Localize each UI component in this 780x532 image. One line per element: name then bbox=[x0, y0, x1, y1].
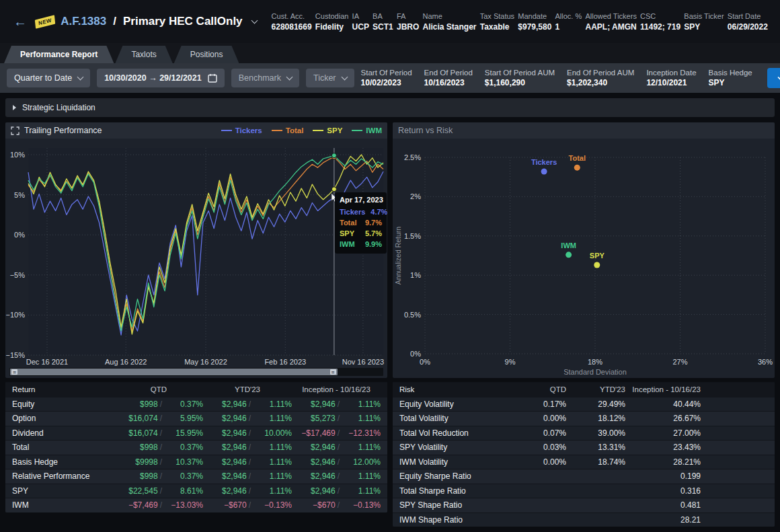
account-title: Primary HEC CallOnly bbox=[123, 15, 243, 28]
tab-positions[interactable]: Positions bbox=[174, 46, 239, 63]
svg-text:18%: 18% bbox=[588, 358, 602, 366]
risk-row-equity-sharpe-ratio: Equity Sharpe Ratio0.199 bbox=[393, 469, 775, 484]
svg-text:Aug 16 2022: Aug 16 2022 bbox=[105, 358, 147, 366]
header-field-name: NameAlicia Stanger bbox=[423, 12, 477, 32]
date-range-input[interactable]: 10/30/2020 → 29/12/2021 bbox=[97, 69, 225, 87]
chevron-down-icon[interactable] bbox=[251, 17, 258, 24]
charts-row: Trailing Performance TickersTotalSPYIWM … bbox=[5, 122, 775, 378]
back-button[interactable]: ← bbox=[11, 13, 30, 30]
svg-text:Nov 16 2023: Nov 16 2023 bbox=[342, 358, 384, 366]
risk-row-spy-shape-ratio: SPY Shape Ratio0.481 bbox=[393, 498, 775, 512]
header-field-custodian: CustodianFidelity bbox=[315, 12, 349, 32]
account-separator: / bbox=[113, 15, 116, 28]
svg-text:10%: 10% bbox=[10, 151, 25, 159]
tab-bar: Performance ReportTaxlotsPositions bbox=[0, 43, 780, 63]
svg-text:SPY: SPY bbox=[590, 252, 605, 260]
section-toggle-label: Strategic Liquidation bbox=[22, 103, 95, 112]
svg-text:2%: 2% bbox=[410, 192, 421, 200]
risk-row-iwm-shape-ratio: IWM Shape Ratio28.21 bbox=[393, 512, 775, 527]
filter-stat-start-of-period: Start Of Period10/02/2023 bbox=[361, 69, 412, 87]
return-table-header: ReturnQTDYTD'23Inception - 10/16/23 bbox=[5, 382, 387, 397]
new-badge: NEW bbox=[35, 15, 56, 28]
tooltip-row-iwm: IWM9.9% bbox=[340, 239, 382, 250]
legend-item-spy[interactable]: SPY bbox=[313, 126, 342, 135]
line-chart[interactable]: 10%5%0%−5%−10%−15%Dec 16 2021Aug 16 2022… bbox=[5, 139, 387, 367]
account-id: A.F.1383 bbox=[61, 15, 106, 28]
svg-text:Total: Total bbox=[569, 154, 586, 162]
chart-legend: TickersTotalSPYIWM bbox=[221, 126, 382, 135]
header-field-ba: BASCT1 bbox=[373, 12, 393, 32]
risk-table-header: RiskQTDYTD'23Inception - 10/16/23 bbox=[393, 382, 775, 397]
period-select[interactable]: Quarter to Date bbox=[7, 69, 90, 87]
ticker-select[interactable]: Ticker bbox=[306, 69, 354, 87]
filter-stat-end-of-period-aum: End Of Period AUM$1,202,340 bbox=[567, 69, 634, 87]
return-row-spy: SPY$22,545/8.61%$2,946/1.11%$2,946/1.11% bbox=[5, 484, 387, 498]
chart-scrollbar[interactable]: = = bbox=[9, 368, 383, 376]
download-icon bbox=[777, 74, 780, 83]
legend-item-total[interactable]: Total bbox=[272, 126, 304, 135]
tooltip-row-tickers: Tickers4.7% bbox=[340, 206, 382, 217]
header-field-fa: FAJBRO bbox=[397, 12, 419, 32]
legend-swatch bbox=[272, 130, 282, 131]
period-select-value: Quarter to Date bbox=[14, 73, 72, 83]
scrollbar-handle-left[interactable]: = bbox=[11, 369, 17, 375]
scrollbar-thumb[interactable]: = = bbox=[10, 369, 338, 375]
svg-text:2.5%: 2.5% bbox=[404, 153, 421, 161]
scrollbar-handle-right[interactable]: = bbox=[330, 369, 336, 375]
svg-text:0%: 0% bbox=[14, 231, 25, 239]
return-row-dividend: Dividend$16,074/15.95%$2,946/10.00%−$17,… bbox=[5, 426, 387, 441]
calendar-icon bbox=[208, 73, 217, 83]
chevron-down-icon bbox=[286, 73, 293, 80]
return-row-iwm: IWM−$7,469/−13.03%−$670/−0.13%−$670/−0.1… bbox=[5, 498, 387, 512]
return-vs-risk-header: Return vs Risk bbox=[393, 122, 775, 139]
date-range-value: 10/30/2020 → 29/12/2021 bbox=[104, 73, 202, 83]
legend-swatch bbox=[313, 130, 323, 131]
legend-item-tickers[interactable]: Tickers bbox=[221, 126, 262, 135]
svg-text:1.5%: 1.5% bbox=[404, 232, 421, 240]
filter-stat-basis-hedge: Basis HedgeSPY bbox=[709, 69, 752, 87]
return-row-equity: Equity$998/0.37%$2,946/1.11%$2,946/1.11% bbox=[5, 397, 387, 412]
svg-text:5%: 5% bbox=[14, 191, 25, 199]
header-field-tax-status: Tax StatusTaxable bbox=[480, 12, 514, 32]
return-row-relative-performance: Relative Performance$998/0.37%$2,946/1.1… bbox=[5, 469, 387, 484]
svg-text:Standard Deviation: Standard Deviation bbox=[563, 368, 627, 376]
svg-text:0.5%: 0.5% bbox=[404, 311, 421, 319]
svg-text:9%: 9% bbox=[505, 358, 516, 366]
collapse-arrow-icon bbox=[13, 105, 16, 110]
filter-bar: Quarter to Date 10/30/2020 → 29/12/2021 … bbox=[0, 63, 780, 93]
tooltip-row-total: Total9.7% bbox=[340, 217, 382, 228]
header-field-ia: IAUCP bbox=[352, 12, 369, 32]
panel-title: Trailing Performance bbox=[24, 126, 102, 135]
return-row-option: Option$16,074/5.95%$2,946/1.11%$5,273/1.… bbox=[5, 411, 387, 426]
header-field-allowed-tickers: Allowed TickersAAPL; AMGN bbox=[585, 12, 636, 32]
tab-performance-report[interactable]: Performance Report bbox=[4, 46, 114, 63]
pdf-button[interactable]: PDF bbox=[767, 68, 780, 88]
svg-text:0%: 0% bbox=[410, 350, 421, 358]
legend-swatch bbox=[352, 130, 362, 131]
scatter-chart[interactable]: 0%0.5%1%1.5%2%2.5%0%9%18%27%36%Standard … bbox=[393, 139, 775, 378]
expand-icon[interactable] bbox=[11, 126, 20, 135]
header-field-basis-ticker: Basis TickerSPY bbox=[684, 12, 724, 32]
svg-text:−15%: −15% bbox=[6, 351, 26, 359]
panel-title: Return vs Risk bbox=[398, 126, 453, 135]
filter-stats: Start Of Period10/02/2023End Of Period10… bbox=[361, 69, 752, 87]
chart-tooltip: Apr 17, 2023 Tickers4.7%Total9.7%SPY5.7%… bbox=[335, 192, 387, 254]
filter-stat-inception-date: Inception Date12/10/2021 bbox=[646, 69, 696, 87]
section-toggle-strategic-liquidation[interactable]: Strategic Liquidation bbox=[5, 98, 775, 117]
risk-table: RiskQTDYTD'23Inception - 10/16/23Equity … bbox=[393, 382, 775, 527]
app-window: ← NEW A.F.1383 / Primary HEC CallOnly Cu… bbox=[0, 0, 780, 532]
risk-row-total-vol-reduction: Total Vol Reduction0.07%39.00%27.00% bbox=[393, 426, 775, 441]
svg-text:27%: 27% bbox=[672, 358, 687, 366]
legend-swatch bbox=[221, 130, 232, 131]
svg-text:36%: 36% bbox=[758, 358, 773, 366]
benchmark-select[interactable]: Benchmark bbox=[231, 69, 299, 87]
svg-text:1%: 1% bbox=[410, 271, 421, 279]
header-field-cust-acc-: Cust. Acc.628081669 bbox=[272, 12, 312, 32]
header-field-start-date: Start Date06/29/2022 bbox=[728, 12, 768, 32]
tab-taxlots[interactable]: Taxlots bbox=[115, 46, 172, 63]
svg-text:Feb 16 2023: Feb 16 2023 bbox=[264, 358, 306, 366]
panel-return-vs-risk: Return vs Risk 0%0.5%1%1.5%2%2.5%0%9%18%… bbox=[393, 122, 775, 378]
risk-row-total-sharpe-ratio: Total Sharpe Ratio0.316 bbox=[393, 484, 775, 498]
tooltip-row-spy: SPY5.7% bbox=[340, 228, 382, 239]
legend-item-iwm[interactable]: IWM bbox=[352, 126, 382, 135]
